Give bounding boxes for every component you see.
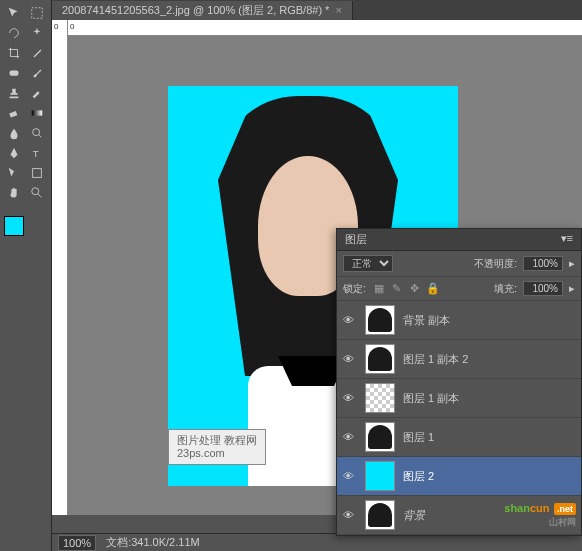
lock-label: 锁定: [343, 282, 366, 296]
layers-panel: 图层 ▾≡ 正常 不透明度: 100% ▸ 锁定: ▦ ✎ ✥ 🔒 填充: 10… [336, 228, 582, 536]
layers-panel-title: 图层 [345, 232, 367, 247]
zoom-level[interactable]: 100% [58, 535, 96, 551]
lock-transparent-icon[interactable]: ▦ [372, 282, 386, 296]
lock-pixels-icon[interactable]: ✎ [390, 282, 404, 296]
layer-thumbnail[interactable] [365, 500, 395, 530]
layer-name[interactable]: 背景 副本 [403, 313, 575, 328]
dodge-tool[interactable] [27, 124, 47, 142]
close-icon[interactable]: × [335, 4, 341, 16]
layer-item[interactable]: 👁图层 2 [337, 457, 581, 496]
layer-name[interactable]: 图层 1 副本 [403, 391, 575, 406]
move-tool[interactable] [4, 4, 24, 22]
stamp-tool[interactable] [4, 84, 24, 102]
blend-mode-select[interactable]: 正常 [343, 255, 393, 272]
ruler-horizontal: 0 [68, 20, 582, 36]
visibility-eye-icon[interactable]: 👁 [343, 470, 357, 482]
layer-thumbnail[interactable] [365, 344, 395, 374]
visibility-eye-icon[interactable]: 👁 [343, 314, 357, 326]
layer-item[interactable]: 👁图层 1 副本 2 [337, 340, 581, 379]
layer-name[interactable]: 图层 1 副本 2 [403, 352, 575, 367]
layers-panel-header[interactable]: 图层 ▾≡ [337, 229, 581, 251]
gradient-tool[interactable] [27, 104, 47, 122]
tools-toolbar: T [0, 0, 52, 551]
lasso-tool[interactable] [4, 24, 24, 42]
zoom-tool[interactable] [27, 184, 47, 202]
eyedropper-tool[interactable] [27, 44, 47, 62]
blur-tool[interactable] [4, 124, 24, 142]
layer-thumbnail[interactable] [365, 461, 395, 491]
eraser-tool[interactable] [4, 104, 24, 122]
opacity-label: 不透明度: [474, 257, 517, 271]
svg-rect-2 [9, 111, 17, 118]
layer-item[interactable]: 👁图层 1 副本 [337, 379, 581, 418]
visibility-eye-icon[interactable]: 👁 [343, 392, 357, 404]
pen-tool[interactable] [4, 144, 24, 162]
layer-item[interactable]: 👁图层 1 [337, 418, 581, 457]
layer-item[interactable]: 👁背景 副本 [337, 301, 581, 340]
wand-tool[interactable] [27, 24, 47, 42]
svg-text:T: T [32, 148, 38, 159]
watermark-box: 图片处理 教程网 23ps.com [168, 429, 266, 465]
svg-rect-6 [32, 169, 41, 178]
opacity-value[interactable]: 100% [523, 256, 563, 271]
foreground-swatch[interactable] [4, 216, 24, 236]
layer-name[interactable]: 图层 1 [403, 430, 575, 445]
visibility-eye-icon[interactable]: 👁 [343, 509, 357, 521]
type-tool[interactable]: T [27, 144, 47, 162]
brush-tool[interactable] [27, 64, 47, 82]
crop-tool[interactable] [4, 44, 24, 62]
fill-label: 填充: [494, 282, 517, 296]
lock-all-icon[interactable]: 🔒 [426, 282, 440, 296]
svg-point-7 [31, 188, 38, 195]
fill-value[interactable]: 100% [523, 281, 563, 296]
chevron-down-icon[interactable]: ▸ [569, 282, 575, 295]
layer-name[interactable]: 图层 2 [403, 469, 575, 484]
layer-thumbnail[interactable] [365, 422, 395, 452]
lock-position-icon[interactable]: ✥ [408, 282, 422, 296]
document-tabs: 2008741451205563_2.jpg @ 100% (图层 2, RGB… [52, 0, 582, 20]
document-tab[interactable]: 2008741451205563_2.jpg @ 100% (图层 2, RGB… [52, 1, 353, 20]
marquee-tool[interactable] [27, 4, 47, 22]
color-swatches[interactable] [0, 212, 51, 240]
svg-point-4 [32, 129, 39, 136]
svg-rect-0 [31, 8, 42, 19]
ruler-vertical: 0 [52, 20, 68, 515]
path-tool[interactable] [4, 164, 24, 182]
svg-rect-1 [10, 70, 19, 75]
heal-tool[interactable] [4, 64, 24, 82]
svg-rect-3 [31, 110, 42, 115]
visibility-eye-icon[interactable]: 👁 [343, 353, 357, 365]
visibility-eye-icon[interactable]: 👁 [343, 431, 357, 443]
doc-size-info: 文档:341.0K/2.11M [106, 535, 200, 550]
panel-menu-icon[interactable]: ▾≡ [561, 232, 573, 247]
chevron-down-icon[interactable]: ▸ [569, 257, 575, 270]
site-watermark: shancun .net 山村网 [504, 498, 576, 529]
history-brush-tool[interactable] [27, 84, 47, 102]
hand-tool[interactable] [4, 184, 24, 202]
shape-tool[interactable] [27, 164, 47, 182]
document-tab-title: 2008741451205563_2.jpg @ 100% (图层 2, RGB… [62, 3, 329, 18]
layer-thumbnail[interactable] [365, 383, 395, 413]
layer-thumbnail[interactable] [365, 305, 395, 335]
